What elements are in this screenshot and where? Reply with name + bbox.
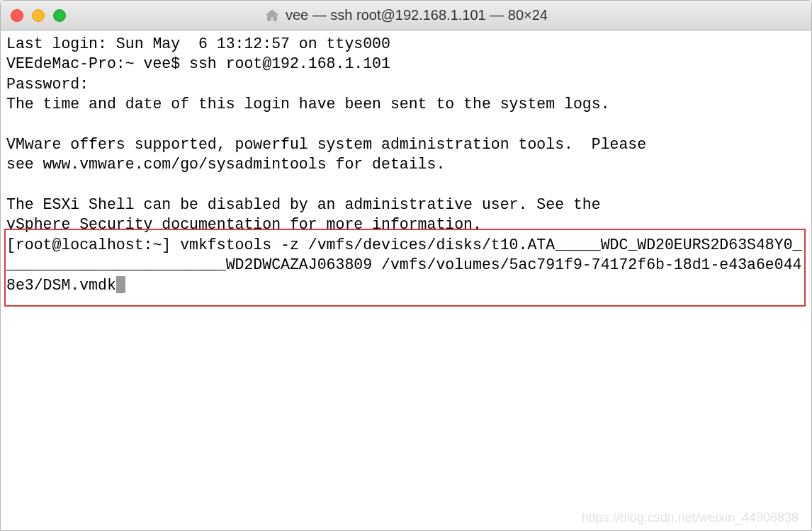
cursor	[116, 276, 125, 293]
terminal-line: [root@localhost:~] vmkfstools -z /vmfs/d…	[6, 236, 801, 294]
close-button[interactable]	[11, 9, 23, 22]
window-title: vee — ssh root@192.168.1.101 — 80×24	[286, 7, 548, 23]
terminal-window: vee — ssh root@192.168.1.101 — 80×24 Las…	[0, 0, 812, 531]
terminal-line: VEEdeMac-Pro:~ vee$ ssh root@192.168.1.1…	[6, 55, 390, 72]
terminal-line: Last login: Sun May 6 13:12:57 on ttys00…	[6, 35, 390, 52]
minimize-button[interactable]	[32, 9, 45, 22]
home-icon	[264, 8, 280, 23]
watermark: https://blog.csdn.net/weixin_44906838	[582, 510, 799, 527]
title-content: vee — ssh root@192.168.1.101 — 80×24	[264, 7, 548, 23]
titlebar[interactable]: vee — ssh root@192.168.1.101 — 80×24	[1, 1, 811, 30]
terminal-line: The ESXi Shell can be disabled by an adm…	[6, 196, 601, 213]
terminal-line: vSphere Security documentation for more …	[6, 216, 482, 233]
terminal-line: see www.vmware.com/go/sysadmintools for …	[6, 156, 445, 173]
maximize-button[interactable]	[53, 9, 66, 22]
terminal-body[interactable]: Last login: Sun May 6 13:12:57 on ttys00…	[1, 30, 811, 530]
terminal-line: Password:	[6, 76, 89, 93]
terminal-line: The time and date of this login have bee…	[6, 96, 610, 113]
terminal-line: VMware offers supported, powerful system…	[6, 136, 646, 153]
traffic-lights	[11, 9, 66, 22]
